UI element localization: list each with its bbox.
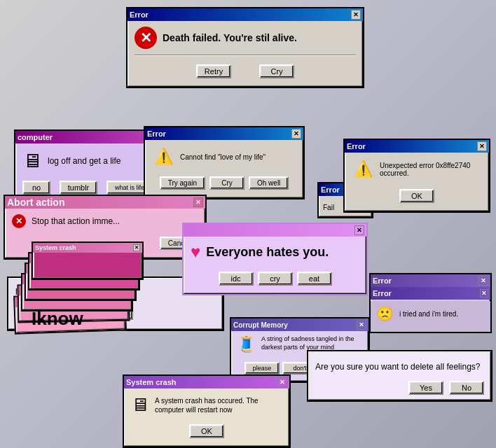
- error-unexpected-ok-button[interactable]: OK: [399, 189, 434, 203]
- abort-titlebar: Abort action ✕: [5, 196, 205, 209]
- error-tried-title: Error: [373, 276, 392, 285]
- error-tried-close[interactable]: ✕: [478, 276, 488, 286]
- everyone-hates-heart-icon: ♥: [191, 242, 200, 262]
- error-main-close[interactable]: ✕: [351, 10, 361, 20]
- computer-no-button[interactable]: no: [22, 181, 50, 195]
- error-main-dialog: Error ✕ ✕ Death failed. You're stil aliv…: [126, 7, 364, 88]
- everyone-hates-eat-button[interactable]: eat: [297, 272, 332, 286]
- error-unexpected-icon: ⚠️: [352, 158, 374, 181]
- delete-feelings-dialog: Are you sure you want to delete all feel…: [307, 350, 492, 402]
- corrupt-memory-close[interactable]: ✕: [357, 320, 366, 330]
- iknow-area: Iknow: [32, 308, 83, 330]
- delete-feelings-yes-button[interactable]: Yes: [408, 381, 443, 395]
- error-unexpected-message: Unexpected error 0x8ffe2740 occurred.: [380, 162, 482, 177]
- error-unexpected-title: Error: [347, 142, 366, 150]
- error-main-icon: ✕: [135, 27, 157, 49]
- stacked-titlebar-6: System crash ✕: [33, 243, 142, 253]
- iknow-text: Iknow: [32, 308, 83, 329]
- error-love-icon: ⚠️: [152, 146, 174, 168]
- error-fail-message: Fail: [323, 204, 334, 211]
- everyone-hates-cry-button[interactable]: cry: [258, 272, 293, 286]
- error-main-cry-button[interactable]: Cry: [259, 64, 294, 78]
- computer-dialog: computer ✕ 🖥 log off and get a life no t…: [14, 130, 165, 204]
- delete-feelings-no-button[interactable]: No: [449, 381, 484, 395]
- everyone-hates-message: Everyone hates you.: [206, 245, 329, 260]
- error-main-retry-button[interactable]: Retry: [196, 64, 231, 78]
- error-tried-sub-close[interactable]: ✕: [480, 289, 488, 298]
- error-tried-icon: 🙁: [376, 305, 394, 322]
- error-unexpected-close[interactable]: ✕: [477, 141, 487, 151]
- system-crash-message: A system crash has occured. The computer…: [155, 396, 282, 414]
- error-main-title: Error: [130, 10, 149, 19]
- error-love-dialog: Error ✕ ⚠️ Cannot find "love of my life"…: [144, 126, 305, 200]
- error-unexpected-dialog: Error ✕ ⚠️ Unexpected error 0x8ffe2740 o…: [343, 139, 490, 213]
- stacked-close-6[interactable]: ✕: [133, 244, 140, 251]
- corrupt-memory-message: A string of sadness tangled in the darke…: [261, 335, 363, 351]
- error-love-ohwell-button[interactable]: Oh well: [249, 176, 289, 190]
- error-unexpected-titlebar: Error ✕: [345, 140, 489, 153]
- everyone-hates-close[interactable]: ✕: [354, 225, 364, 235]
- error-tried-sub-titlebar: Error ✕: [371, 287, 490, 300]
- stacked-dialog-6: System crash ✕: [32, 241, 144, 280]
- error-tried-titlebar: Error ✕: [371, 274, 490, 287]
- abort-message: Stop that action imme...: [32, 216, 120, 226]
- computer-title: computer: [18, 133, 53, 141]
- everyone-hates-dialog: ✕ ♥ Everyone hates you. idc cry eat: [182, 223, 368, 295]
- error-tried-sub-title: Error: [373, 289, 392, 298]
- error-main-message: Death failed. You're stil alive.: [163, 32, 297, 43]
- corrupt-memory-titlebar: Corrupt Memory ✕: [231, 318, 368, 331]
- delete-feelings-message: Are you sure you want to delete all feel…: [315, 362, 480, 372]
- system-crash-dialog: System crash ✕ 🖥 A system crash has occu…: [123, 374, 291, 448]
- error-love-title: Error: [147, 130, 166, 138]
- error-love-close[interactable]: ✕: [291, 129, 301, 139]
- computer-titlebar: computer ✕: [15, 131, 163, 144]
- system-crash-title: System crash: [126, 378, 177, 386]
- error-love-message: Cannot find "love of my life": [180, 153, 266, 161]
- system-crash-icon: 🖥: [131, 394, 149, 416]
- system-crash-titlebar: System crash ✕: [124, 376, 289, 388]
- error-main-titlebar: Error ✕: [128, 8, 363, 21]
- corrupt-memory-title: Corrupt Memory: [233, 321, 288, 329]
- error-love-cry-button[interactable]: Cry: [209, 176, 244, 190]
- abort-close[interactable]: ✕: [193, 197, 203, 207]
- error-tried-dialog: Error ✕ Error ✕ 🙁 i tried and i'm tired.: [369, 273, 492, 333]
- computer-tumblr-button[interactable]: tumblr: [60, 181, 98, 195]
- corrupt-memory-please-button[interactable]: please: [244, 362, 280, 374]
- everyone-hates-titlebar: ✕: [184, 224, 366, 237]
- error-love-titlebar: Error ✕: [145, 127, 303, 140]
- corrupt-memory-icon: 🧵: [237, 335, 256, 354]
- error-tried-message: i tried and i'm tired.: [399, 310, 458, 318]
- abort-title: Abort action: [7, 197, 64, 208]
- computer-icon: 🖥: [22, 149, 42, 172]
- error-love-tryagain-button[interactable]: Try again: [160, 176, 205, 190]
- abort-icon: ✕: [12, 214, 26, 228]
- system-crash-ok-button[interactable]: OK: [189, 424, 224, 438]
- error-fail-title: Error: [321, 186, 340, 194]
- system-crash-close[interactable]: ✕: [277, 377, 287, 387]
- computer-message: log off and get a life: [48, 156, 121, 166]
- everyone-hates-idc-button[interactable]: idc: [219, 272, 254, 286]
